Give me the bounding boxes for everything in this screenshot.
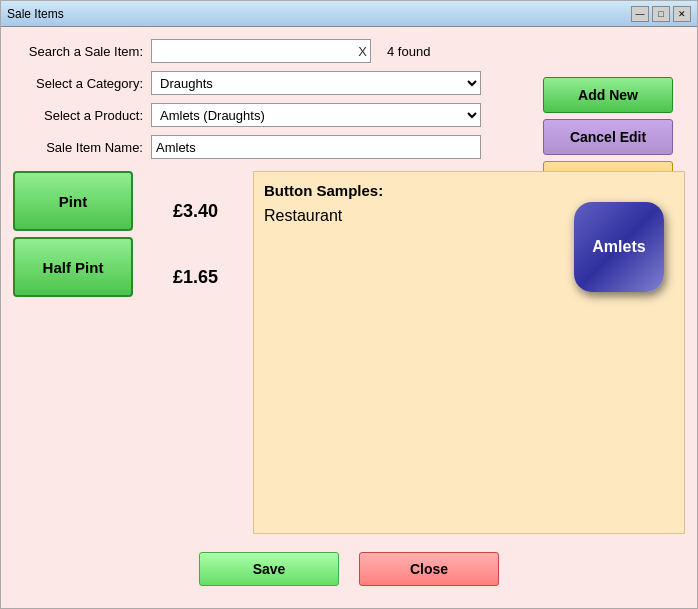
add-new-button[interactable]: Add New: [543, 77, 673, 113]
preview-title: Button Samples:: [264, 182, 674, 199]
product-select[interactable]: Amlets (Draughts): [151, 103, 481, 127]
amlets-button-label: Amlets: [592, 238, 645, 256]
top-section: Search a Sale Item: X 4 found Select a C…: [13, 39, 685, 159]
category-label: Select a Category:: [13, 76, 143, 91]
sale-buttons-column: Pint Half Pint: [13, 171, 163, 534]
window-body: Search a Sale Item: X 4 found Select a C…: [1, 27, 697, 608]
name-label: Sale Item Name:: [13, 140, 143, 155]
cancel-edit-button[interactable]: Cancel Edit: [543, 119, 673, 155]
footer: Save Close: [13, 542, 685, 596]
pint-price: £3.40: [173, 181, 243, 241]
half-pint-button[interactable]: Half Pint: [13, 237, 133, 297]
search-row: Search a Sale Item: X 4 found: [13, 39, 535, 63]
search-clear-button[interactable]: X: [358, 44, 367, 59]
sale-btn-row-1: Half Pint: [13, 237, 163, 297]
main-area: Pint Half Pint £3.40 £1.65 Button Sample…: [13, 171, 685, 534]
pint-button[interactable]: Pint: [13, 171, 133, 231]
restore-button[interactable]: □: [652, 6, 670, 22]
main-window: Sale Items — □ ✕ Search a Sale Item: X 4…: [0, 0, 698, 609]
category-select[interactable]: Draughts: [151, 71, 481, 95]
name-input[interactable]: [151, 135, 481, 159]
title-bar-buttons: — □ ✕: [631, 6, 691, 22]
prices-column: £3.40 £1.65: [173, 171, 243, 534]
category-row: Select a Category: Draughts: [13, 71, 535, 95]
sale-btn-row-0: Pint: [13, 171, 163, 231]
close-button[interactable]: Close: [359, 552, 499, 586]
amlets-preview-button[interactable]: Amlets: [574, 202, 664, 292]
preview-area: Button Samples: Restaurant Amlets: [253, 171, 685, 534]
search-input[interactable]: [151, 39, 371, 63]
close-window-button[interactable]: ✕: [673, 6, 691, 22]
search-input-wrap: X: [151, 39, 371, 63]
found-count: 4 found: [387, 44, 430, 59]
minimize-button[interactable]: —: [631, 6, 649, 22]
half-pint-price: £1.65: [173, 247, 243, 307]
name-row: Sale Item Name:: [13, 135, 535, 159]
search-label: Search a Sale Item:: [13, 44, 143, 59]
save-button[interactable]: Save: [199, 552, 339, 586]
product-row: Select a Product: Amlets (Draughts): [13, 103, 535, 127]
product-label: Select a Product:: [13, 108, 143, 123]
title-bar: Sale Items — □ ✕: [1, 1, 697, 27]
window-title: Sale Items: [7, 7, 64, 21]
